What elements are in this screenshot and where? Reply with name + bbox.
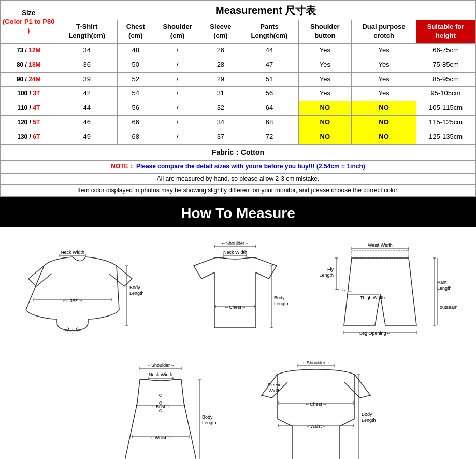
- table-row-shoulder-button: NO: [298, 116, 351, 130]
- svg-text:Length: Length: [320, 272, 334, 278]
- svg-text:←Bust→: ←Bust→: [151, 404, 169, 409]
- table-row-tshirt: 36: [56, 58, 117, 72]
- table-row-dual-purpose: Yes: [352, 72, 416, 87]
- table-row-shoulder-button: Yes: [298, 58, 351, 72]
- svg-text:outseam: outseam: [440, 305, 458, 310]
- fabric-label: Fabric: [212, 148, 234, 156]
- svg-text:Length: Length: [129, 291, 144, 296]
- table-row-shoulder: /: [154, 43, 201, 58]
- svg-text:←Shoulder→: ←Shoulder→: [146, 363, 174, 368]
- table-row-dual-purpose: NO: [352, 101, 416, 116]
- svg-text:Body: Body: [129, 285, 140, 290]
- table-row-chest: 68: [117, 130, 154, 145]
- svg-text:Thigh Width: Thigh Width: [360, 295, 385, 300]
- table-row-suitable: 95-105cm: [416, 87, 475, 101]
- table-row-size: 110 / 4T: [1, 101, 56, 116]
- table-row-chest: 66: [117, 116, 154, 130]
- table-row-suitable: 115-125cm: [416, 116, 475, 130]
- svg-text:Pant: Pant: [437, 280, 447, 285]
- note-text: Please compare the detail sizes with you…: [136, 163, 365, 170]
- table-row-suitable: 75-85cm: [416, 58, 475, 72]
- table-row-tshirt: 34: [56, 43, 117, 58]
- table-row-dual-purpose: NO: [352, 130, 416, 145]
- table-row-sleeve: 28: [201, 58, 240, 72]
- svg-text:Waist Width: Waist Width: [368, 242, 393, 248]
- table-row-tshirt: 39: [56, 72, 117, 87]
- fabric-row: Fabric：Cotton: [1, 145, 475, 161]
- diagram-pants: Waist Width Fly Length Pant Length: [313, 232, 458, 346]
- table-row-pants: 72: [240, 130, 298, 145]
- svg-text:Length: Length: [274, 301, 289, 306]
- table-row-chest: 48: [117, 43, 154, 58]
- table-row-pants: 64: [240, 101, 298, 116]
- table-row-suitable: 85-95cm: [416, 72, 475, 87]
- table-row-dual-purpose: NO: [352, 116, 416, 130]
- note-row: NOTE： Please compare the detail sizes wi…: [1, 161, 475, 174]
- diagram-romper: ←Shoulder→ Sleeve Width ←Ches: [249, 351, 383, 459]
- svg-text:Length: Length: [202, 420, 217, 425]
- table-row-chest: 52: [117, 72, 154, 87]
- svg-text:←Waist→: ←Waist→: [150, 435, 170, 440]
- table-row-pants: 44: [240, 43, 298, 58]
- table-row-shoulder: /: [154, 87, 201, 101]
- pants-header: Pants Length(cm): [240, 20, 298, 44]
- svg-text:←Shoulder→: ←Shoulder→: [221, 241, 249, 246]
- chest-header: Chest (cm): [117, 20, 154, 44]
- table-row-tshirt: 49: [56, 130, 117, 145]
- dual-purpose-header: Dual purpose crotch: [352, 20, 416, 44]
- diagrams-section: Neck Width Body Length: [0, 227, 476, 459]
- table-row-shoulder: /: [154, 101, 201, 116]
- table-row-chest: 54: [117, 87, 154, 101]
- size-header: Size (Color P1 to P80 ): [1, 1, 56, 44]
- svg-point-67: [159, 409, 162, 412]
- diagrams-row-2: ←Shoulder→ Neck Width Body Length: [5, 351, 471, 459]
- table-row-pants: 68: [240, 116, 298, 130]
- table-row-shoulder-button: NO: [298, 130, 351, 145]
- table-row-suitable: 66-75cm: [416, 43, 475, 58]
- table-row-sleeve: 32: [201, 101, 240, 116]
- table-row-tshirt: 44: [56, 101, 117, 116]
- svg-text:Neck Width: Neck Width: [148, 372, 172, 377]
- svg-text:←Waist→: ←Waist→: [305, 424, 326, 429]
- svg-text:←Chest→: ←Chest→: [225, 305, 247, 310]
- how-to-measure-section: How To Measure: [0, 197, 476, 227]
- diagram-dress: ←Shoulder→ Neck Width Body Length: [93, 351, 228, 459]
- how-to-measure-title: How To Measure: [181, 205, 295, 221]
- sleeve-header: Sleeve (cm): [201, 20, 240, 44]
- table-row-sleeve: 26: [201, 43, 240, 58]
- table-row-shoulder-button: Yes: [298, 43, 351, 58]
- table-row-shoulder: /: [154, 72, 201, 87]
- table-row-shoulder: /: [154, 116, 201, 130]
- svg-text:Length: Length: [362, 418, 376, 423]
- table-row-pants: 51: [240, 72, 298, 87]
- table-row-sleeve: 37: [201, 130, 240, 145]
- table-row-dual-purpose: Yes: [352, 87, 416, 101]
- color-note-row: Item color displayed in photos may be sh…: [1, 185, 475, 197]
- table-row-size: 73 / 12M: [1, 43, 56, 58]
- table-row-size: 80 / 18M: [1, 58, 56, 72]
- warning-row: All are measured by hand, so please allo…: [1, 173, 475, 185]
- shoulder-button-header: Shoulder button: [298, 20, 351, 44]
- svg-text:←Chest→: ←Chest→: [62, 298, 83, 303]
- table-row-tshirt: 46: [56, 116, 117, 130]
- table-row-pants: 56: [240, 87, 298, 101]
- suitable-header: Suitable for height: [416, 20, 475, 44]
- size-chart-section: Size (Color P1 to P80 ) Measurement 尺寸表 …: [0, 0, 476, 197]
- svg-rect-37: [352, 250, 409, 258]
- table-row-suitable: 105-115cm: [416, 101, 475, 116]
- svg-text:←Shoulder→: ←Shoulder→: [301, 360, 329, 365]
- diagrams-row-1: Neck Width Body Length: [5, 232, 471, 346]
- svg-text:Leg Opening←: Leg Opening←: [359, 331, 391, 336]
- table-row-suitable: 125-135cm: [416, 130, 475, 145]
- note-label: NOTE：: [111, 163, 134, 170]
- table-row-dual-purpose: Yes: [352, 58, 416, 72]
- svg-text:Neck Width: Neck Width: [61, 250, 84, 255]
- table-row-shoulder: /: [154, 130, 201, 145]
- table-row-size: 120 / 5T: [1, 116, 56, 130]
- table-row-shoulder-button: Yes: [298, 72, 351, 87]
- svg-text:Body: Body: [202, 414, 213, 420]
- svg-text:Neck Width: Neck Width: [223, 250, 247, 255]
- table-row-size: 130 / 6T: [1, 130, 56, 145]
- svg-text:Length: Length: [437, 285, 452, 291]
- table-row-pants: 47: [240, 58, 298, 72]
